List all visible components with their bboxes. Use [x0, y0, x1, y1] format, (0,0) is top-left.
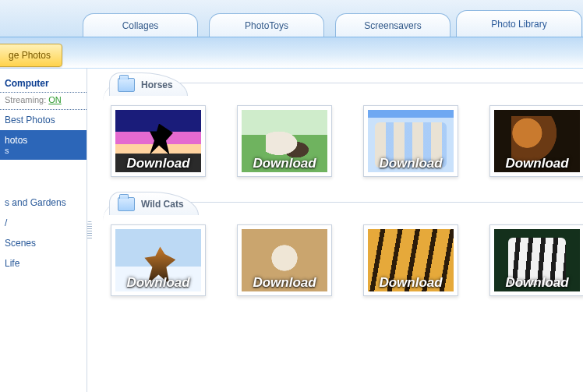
- manage-photos-button[interactable]: ge Photos: [0, 44, 62, 67]
- folder-icon: [118, 197, 135, 211]
- download-label[interactable]: Download: [111, 275, 205, 291]
- download-label[interactable]: Download: [111, 156, 205, 171]
- sidebar-item-s-and-gardens[interactable]: s and Gardens: [0, 192, 87, 213]
- thumb-c4[interactable]: Download: [489, 224, 583, 296]
- download-label[interactable]: Download: [490, 275, 583, 291]
- tab-collages[interactable]: Collages: [83, 13, 198, 37]
- streaming-label: Streaming:: [5, 95, 46, 104]
- sidebar-item-scenes[interactable]: Scenes: [0, 233, 87, 253]
- download-label[interactable]: Download: [364, 156, 458, 171]
- thumb-frame: Download: [489, 224, 583, 296]
- thumb-c1[interactable]: Download: [111, 224, 206, 296]
- content-area: HorsesDownloadDownloadDownloadDownloadWi…: [87, 69, 583, 392]
- category-horses: HorsesDownloadDownloadDownloadDownload: [103, 83, 583, 188]
- thumb-c3[interactable]: Download: [363, 224, 458, 296]
- thumb-h3[interactable]: Download: [363, 105, 458, 177]
- tab-screensavers[interactable]: Screensavers: [335, 13, 450, 37]
- toolbar-band: ge Photos: [0, 37, 583, 69]
- main-area: Computer Streaming: ON Best Photoshotoss…: [0, 69, 583, 392]
- thumb-h2[interactable]: Download: [237, 105, 332, 177]
- tab-photo-library[interactable]: Photo Library: [456, 10, 582, 37]
- sidebar-splitter[interactable]: [87, 221, 92, 240]
- sidebar-header: Computer: [0, 75, 87, 93]
- thumb-frame: Download: [237, 224, 332, 296]
- tab-phototoys[interactable]: PhotoToys: [209, 13, 324, 37]
- download-label[interactable]: Download: [490, 156, 583, 171]
- download-label[interactable]: Download: [238, 275, 331, 291]
- thumb-frame: Download: [111, 224, 206, 296]
- tab-strip: CollagesPhotoToysScreensaversPhoto Libra…: [0, 0, 583, 37]
- thumb-h4[interactable]: Download: [489, 105, 583, 177]
- sidebar-item-best-photos[interactable]: Best Photos: [0, 110, 87, 130]
- category-title: Horses: [141, 73, 173, 97]
- thumb-h1[interactable]: Download: [111, 105, 206, 177]
- thumb-frame: Download: [363, 105, 458, 177]
- sidebar: Computer Streaming: ON Best Photoshotoss…: [0, 69, 87, 392]
- thumb-c2[interactable]: Download: [237, 224, 332, 296]
- category-tab-wild-cats[interactable]: Wild Cats: [109, 192, 199, 215]
- download-label[interactable]: Download: [364, 275, 458, 291]
- sidebar-item-hotos[interactable]: hotoss: [0, 130, 87, 160]
- sidebar-streaming-row: Streaming: ON: [0, 93, 87, 110]
- thumb-frame: Download: [489, 105, 583, 177]
- category-tab-horses[interactable]: Horses: [109, 72, 188, 96]
- category-wild-cats: Wild CatsDownloadDownloadDownloadDownloa…: [103, 202, 583, 307]
- thumb-row: DownloadDownloadDownloadDownload: [103, 83, 583, 177]
- folder-icon: [118, 78, 135, 92]
- download-label[interactable]: Download: [238, 156, 331, 171]
- sidebar-item-sub: s: [5, 146, 82, 155]
- streaming-toggle[interactable]: ON: [48, 95, 62, 104]
- thumb-frame: Download: [237, 105, 332, 177]
- category-title: Wild Cats: [141, 192, 184, 216]
- thumb-row: DownloadDownloadDownloadDownload: [103, 203, 583, 296]
- sidebar-item-life[interactable]: Life: [0, 253, 87, 274]
- thumb-frame: Download: [111, 105, 206, 177]
- sidebar-item-trailing-1[interactable]: /: [0, 213, 87, 233]
- sidebar-gap: [0, 160, 87, 192]
- thumb-frame: Download: [363, 224, 458, 296]
